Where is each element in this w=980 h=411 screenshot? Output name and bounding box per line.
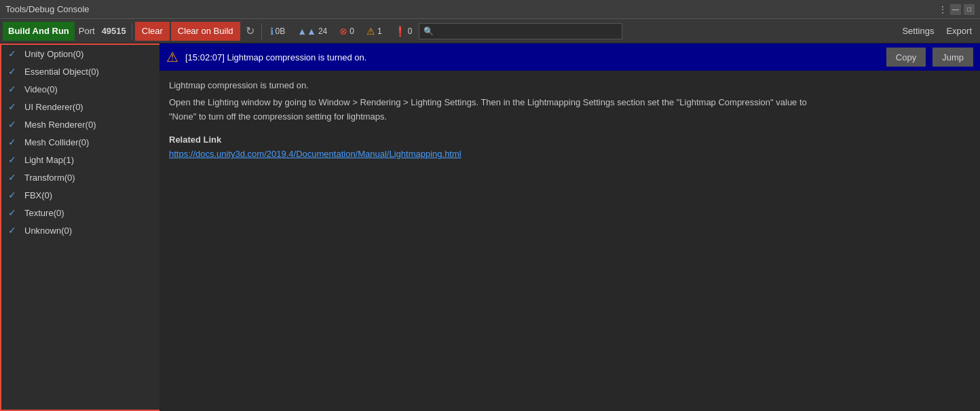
error-icon: ⊗ bbox=[339, 26, 347, 37]
sidebar-item-6[interactable]: ✓Light Map(1) bbox=[1, 151, 159, 168]
toolbar: Build And Run Port 49515 Clear Clear on … bbox=[0, 19, 980, 43]
sidebar-item-label-6: Light Map(1) bbox=[24, 155, 74, 165]
warn-icon: ⚠ bbox=[366, 26, 375, 37]
port-label: Port bbox=[76, 26, 98, 36]
sidebar-item-8[interactable]: ✓FBX(0) bbox=[1, 186, 159, 204]
sidebar-item-label-4: Mesh Renderer(0) bbox=[24, 120, 96, 130]
triangles-value: 24 bbox=[318, 26, 327, 36]
port-value: 49515 bbox=[99, 26, 129, 36]
sidebar: ✓Unity Option(0)✓Essential Object(0)✓Vid… bbox=[0, 43, 159, 411]
export-button[interactable]: Export bbox=[941, 22, 977, 41]
exceptions-value: 0 bbox=[408, 26, 413, 36]
copy-button[interactable]: Copy bbox=[886, 48, 926, 67]
search-input[interactable] bbox=[419, 23, 622, 39]
sidebar-item-label-2: Video(0) bbox=[24, 84, 58, 94]
triangle-icon: ▲▲ bbox=[297, 26, 316, 37]
clear-on-build-button[interactable]: Clear on Build bbox=[171, 22, 240, 41]
detail-line2: Open the Lighting window by going to Win… bbox=[169, 96, 970, 110]
detail-panel: Lightmap compression is turned on. Open … bbox=[159, 71, 980, 411]
stat-triangles: ▲▲ 24 bbox=[292, 22, 333, 41]
clear-button[interactable]: Clear bbox=[135, 22, 170, 41]
sidebar-item-5[interactable]: ✓Mesh Collider(0) bbox=[1, 133, 159, 151]
related-link-label: Related Link bbox=[169, 133, 970, 147]
sidebar-item-label-9: Texture(0) bbox=[24, 208, 64, 218]
check-icon-6: ✓ bbox=[8, 154, 19, 165]
sidebar-item-label-8: FBX(0) bbox=[24, 190, 52, 200]
refresh-button[interactable]: ↻ bbox=[242, 22, 259, 41]
errors-value: 0 bbox=[350, 26, 354, 36]
warnings-value: 1 bbox=[377, 26, 382, 36]
related-link[interactable]: https://docs.unity3d.com/2019.4/Document… bbox=[169, 149, 461, 159]
more-options-icon[interactable]: ⋮ bbox=[938, 4, 947, 15]
detail-line1: Lightmap compression is turned on. bbox=[169, 79, 970, 93]
warning-triangle-icon: ⚠ bbox=[166, 49, 178, 65]
info-icon: ℹ bbox=[270, 26, 274, 37]
sidebar-item-0[interactable]: ✓Unity Option(0) bbox=[1, 45, 159, 62]
sidebar-item-7[interactable]: ✓Transform(0) bbox=[1, 168, 159, 186]
sidebar-item-2[interactable]: ✓Video(0) bbox=[1, 80, 159, 98]
sidebar-item-label-7: Transform(0) bbox=[24, 173, 75, 183]
check-icon-10: ✓ bbox=[8, 225, 19, 236]
sidebar-item-4[interactable]: ✓Mesh Renderer(0) bbox=[1, 115, 159, 133]
stat-exceptions: ❗ 0 bbox=[389, 22, 418, 41]
sidebar-item-label-1: Essential Object(0) bbox=[24, 67, 99, 77]
stat-bytes: ℹ 0B bbox=[265, 22, 291, 41]
title-bar: Tools/Debug Console ⋮ — □ bbox=[0, 0, 980, 19]
check-icon-2: ✓ bbox=[8, 84, 19, 94]
warning-message: [15:02:07] Lightmap compression is turne… bbox=[185, 52, 880, 62]
sidebar-item-label-3: UI Renderer(0) bbox=[24, 102, 83, 112]
check-icon-0: ✓ bbox=[8, 48, 19, 59]
window-title: Tools/Debug Console bbox=[5, 4, 90, 14]
divider-1 bbox=[132, 23, 132, 39]
check-icon-4: ✓ bbox=[8, 119, 19, 130]
bytes-value: 0B bbox=[276, 26, 286, 36]
settings-button[interactable]: Settings bbox=[897, 22, 939, 41]
exclaim-icon: ❗ bbox=[394, 26, 406, 37]
build-and-run-button[interactable]: Build And Run bbox=[3, 22, 75, 41]
jump-button[interactable]: Jump bbox=[932, 48, 973, 67]
sidebar-item-label-5: Mesh Collider(0) bbox=[24, 137, 89, 147]
minimize-button[interactable]: — bbox=[950, 4, 961, 15]
warning-row: ⚠ [15:02:07] Lightmap compression is tur… bbox=[159, 43, 980, 71]
check-icon-9: ✓ bbox=[8, 207, 19, 218]
sidebar-item-10[interactable]: ✓Unknown(0) bbox=[1, 221, 159, 239]
check-icon-8: ✓ bbox=[8, 190, 19, 200]
check-icon-5: ✓ bbox=[8, 137, 19, 147]
detail-line3: "None" to turn off the compression setti… bbox=[169, 110, 970, 124]
sidebar-item-label-0: Unity Option(0) bbox=[24, 49, 83, 59]
check-icon-1: ✓ bbox=[8, 66, 19, 77]
stat-errors: ⊗ 0 bbox=[334, 22, 360, 41]
check-icon-7: ✓ bbox=[8, 172, 19, 183]
console-panel: ⚠ [15:02:07] Lightmap compression is tur… bbox=[159, 43, 980, 411]
sidebar-item-label-10: Unknown(0) bbox=[24, 226, 72, 236]
sidebar-item-3[interactable]: ✓UI Renderer(0) bbox=[1, 98, 159, 115]
stat-warnings: ⚠ 1 bbox=[361, 22, 388, 41]
sidebar-item-1[interactable]: ✓Essential Object(0) bbox=[1, 62, 159, 80]
maximize-button[interactable]: □ bbox=[964, 4, 975, 15]
sidebar-item-9[interactable]: ✓Texture(0) bbox=[1, 204, 159, 221]
main-area: ✓Unity Option(0)✓Essential Object(0)✓Vid… bbox=[0, 43, 980, 411]
check-icon-3: ✓ bbox=[8, 101, 19, 112]
divider-2 bbox=[261, 23, 262, 39]
